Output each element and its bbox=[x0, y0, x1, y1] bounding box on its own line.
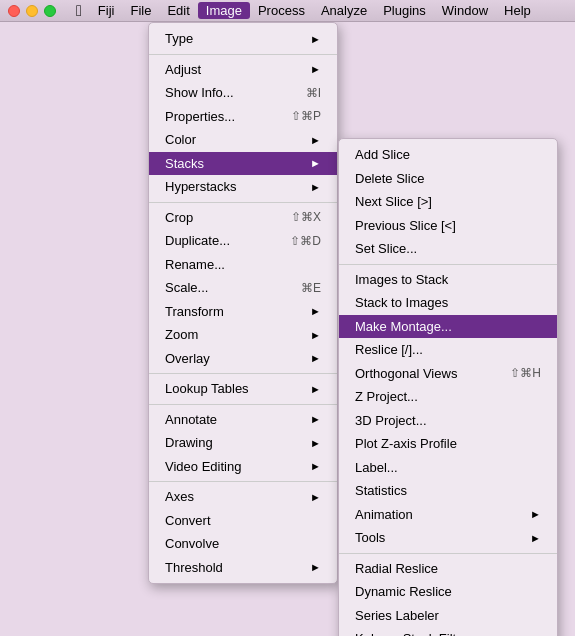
menu-images-to-stack[interactable]: Images to Stack bbox=[339, 268, 557, 292]
menubar-file[interactable]: File bbox=[122, 2, 159, 19]
separator bbox=[149, 373, 337, 374]
traffic-lights bbox=[8, 5, 56, 17]
menu-type[interactable]: Type ► bbox=[149, 27, 337, 51]
stacks-menu: Add Slice Delete Slice Next Slice [>] Pr… bbox=[338, 138, 558, 636]
image-menu: Type ► Adjust ► Show Info... ⌘I Properti… bbox=[148, 22, 338, 584]
menu-add-slice[interactable]: Add Slice bbox=[339, 143, 557, 167]
menu-make-montage[interactable]: Make Montage... bbox=[339, 315, 557, 339]
arrow-icon: ► bbox=[310, 179, 321, 196]
menu-reslice[interactable]: Reslice [/]... bbox=[339, 338, 557, 362]
arrow-icon: ► bbox=[310, 458, 321, 475]
arrow-icon: ► bbox=[310, 559, 321, 576]
menubar-window[interactable]: Window bbox=[434, 2, 496, 19]
menu-scale[interactable]: Scale... ⌘E bbox=[149, 276, 337, 300]
menubar-help[interactable]: Help bbox=[496, 2, 539, 19]
menubar-analyze[interactable]: Analyze bbox=[313, 2, 375, 19]
menu-3d-project[interactable]: 3D Project... bbox=[339, 409, 557, 433]
menubar-process[interactable]: Process bbox=[250, 2, 313, 19]
arrow-icon: ► bbox=[310, 155, 321, 172]
menu-convolve[interactable]: Convolve bbox=[149, 532, 337, 556]
shortcut: ⇧⌘D bbox=[290, 232, 321, 250]
separator bbox=[149, 54, 337, 55]
menu-delete-slice[interactable]: Delete Slice bbox=[339, 167, 557, 191]
minimize-button[interactable] bbox=[26, 5, 38, 17]
menu-show-info[interactable]: Show Info... ⌘I bbox=[149, 81, 337, 105]
arrow-icon: ► bbox=[310, 61, 321, 78]
menu-orthogonal-views[interactable]: Orthogonal Views ⇧⌘H bbox=[339, 362, 557, 386]
menu-radial-reslice[interactable]: Radial Reslice bbox=[339, 557, 557, 581]
arrow-icon: ► bbox=[310, 327, 321, 344]
arrow-icon: ► bbox=[530, 530, 541, 547]
menu-dynamic-reslice[interactable]: Dynamic Reslice bbox=[339, 580, 557, 604]
menu-rename[interactable]: Rename... bbox=[149, 253, 337, 277]
menu-plot-z-axis[interactable]: Plot Z-axis Profile bbox=[339, 432, 557, 456]
separator bbox=[339, 553, 557, 554]
menu-lookup-tables[interactable]: Lookup Tables ► bbox=[149, 377, 337, 401]
menu-properties[interactable]: Properties... ⇧⌘P bbox=[149, 105, 337, 129]
menubar-plugins[interactable]: Plugins bbox=[375, 2, 434, 19]
arrow-icon: ► bbox=[310, 411, 321, 428]
menu-series-labeler[interactable]: Series Labeler bbox=[339, 604, 557, 628]
menubar-fiji[interactable]: Fiji bbox=[90, 2, 123, 19]
separator bbox=[149, 202, 337, 203]
menu-set-slice[interactable]: Set Slice... bbox=[339, 237, 557, 261]
menu-threshold[interactable]: Threshold ► bbox=[149, 556, 337, 580]
menu-tools[interactable]: Tools ► bbox=[339, 526, 557, 550]
menu-next-slice[interactable]: Next Slice [>] bbox=[339, 190, 557, 214]
menu-adjust[interactable]: Adjust ► bbox=[149, 58, 337, 82]
arrow-icon: ► bbox=[310, 303, 321, 320]
menu-video-editing[interactable]: Video Editing ► bbox=[149, 455, 337, 479]
menu-duplicate[interactable]: Duplicate... ⇧⌘D bbox=[149, 229, 337, 253]
menubar-image[interactable]: Image bbox=[198, 2, 250, 19]
arrow-icon: ► bbox=[310, 31, 321, 48]
shortcut: ⇧⌘X bbox=[291, 208, 321, 226]
menu-convert[interactable]: Convert bbox=[149, 509, 337, 533]
shortcut: ⌘E bbox=[301, 279, 321, 297]
shortcut: ⌘I bbox=[306, 84, 321, 102]
menu-overlay[interactable]: Overlay ► bbox=[149, 347, 337, 371]
menubar-edit[interactable]: Edit bbox=[159, 2, 197, 19]
menu-zoom[interactable]: Zoom ► bbox=[149, 323, 337, 347]
menu-label[interactable]: Label... bbox=[339, 456, 557, 480]
maximize-button[interactable] bbox=[44, 5, 56, 17]
menu-transform[interactable]: Transform ► bbox=[149, 300, 337, 324]
separator bbox=[149, 481, 337, 482]
menu-kalman-stack-filter[interactable]: Kalman Stack Filter bbox=[339, 627, 557, 636]
apple-menu[interactable]:  bbox=[68, 1, 90, 21]
menu-z-project[interactable]: Z Project... bbox=[339, 385, 557, 409]
menu-prev-slice[interactable]: Previous Slice [<] bbox=[339, 214, 557, 238]
menu-annotate[interactable]: Annotate ► bbox=[149, 408, 337, 432]
menu-container: Type ► Adjust ► Show Info... ⌘I Properti… bbox=[0, 22, 575, 636]
arrow-icon: ► bbox=[310, 381, 321, 398]
menu-axes[interactable]: Axes ► bbox=[149, 485, 337, 509]
menubar:  Fiji File Edit Image Process Analyze P… bbox=[0, 0, 575, 22]
arrow-icon: ► bbox=[310, 350, 321, 367]
menu-statistics[interactable]: Statistics bbox=[339, 479, 557, 503]
arrow-icon: ► bbox=[530, 506, 541, 523]
arrow-icon: ► bbox=[310, 132, 321, 149]
menu-hyperstacks[interactable]: Hyperstacks ► bbox=[149, 175, 337, 199]
close-button[interactable] bbox=[8, 5, 20, 17]
separator bbox=[339, 264, 557, 265]
separator bbox=[149, 404, 337, 405]
menu-animation[interactable]: Animation ► bbox=[339, 503, 557, 527]
arrow-icon: ► bbox=[310, 489, 321, 506]
shortcut: ⇧⌘H bbox=[510, 364, 541, 382]
menu-crop[interactable]: Crop ⇧⌘X bbox=[149, 206, 337, 230]
menu-color[interactable]: Color ► bbox=[149, 128, 337, 152]
menubar-items:  Fiji File Edit Image Process Analyze P… bbox=[68, 1, 539, 21]
shortcut: ⇧⌘P bbox=[291, 107, 321, 125]
menu-stack-to-images[interactable]: Stack to Images bbox=[339, 291, 557, 315]
arrow-icon: ► bbox=[310, 435, 321, 452]
menu-drawing[interactable]: Drawing ► bbox=[149, 431, 337, 455]
menu-stacks[interactable]: Stacks ► bbox=[149, 152, 337, 176]
